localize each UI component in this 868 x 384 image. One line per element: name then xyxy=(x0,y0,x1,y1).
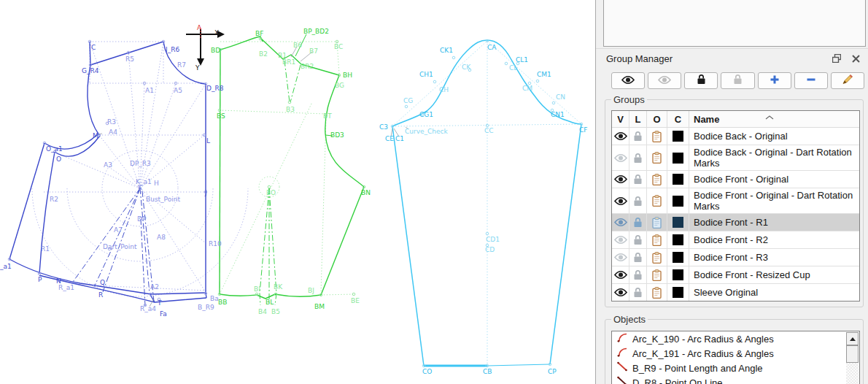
edit-group-button[interactable] xyxy=(831,72,864,89)
column-header-o[interactable]: O xyxy=(647,111,667,127)
remove-group-button[interactable] xyxy=(794,72,828,89)
lock-icon[interactable] xyxy=(629,266,647,283)
group-name-cell[interactable]: Sleeve Original xyxy=(689,284,859,301)
show-group-button[interactable] xyxy=(611,72,645,89)
operations-clipboard-icon[interactable] xyxy=(647,145,667,170)
operations-clipboard-icon[interactable] xyxy=(647,284,667,301)
point-label-H: H xyxy=(154,180,159,187)
group-name-cell[interactable]: Bodice Front - R3 xyxy=(689,249,859,266)
point-label-CK: CK xyxy=(462,64,470,71)
column-header-c[interactable]: C xyxy=(667,111,689,127)
pattern-canvas[interactable]: CG_R4R5I_R6R7A1A5D_R8R3A4MO_a1OLA3DP_R3K… xyxy=(0,0,595,384)
color-swatch-cell[interactable] xyxy=(667,266,689,283)
color-swatch[interactable] xyxy=(673,174,683,185)
visibility-eye-icon[interactable] xyxy=(612,266,629,283)
color-swatch[interactable] xyxy=(673,217,683,228)
bodice-blue-outline[interactable] xyxy=(9,42,206,302)
visibility-eye-icon[interactable] xyxy=(612,188,629,213)
color-swatch-cell[interactable] xyxy=(667,231,689,248)
column-header-v[interactable]: V xyxy=(612,111,629,127)
visibility-eye-icon[interactable] xyxy=(612,214,629,231)
group-manager-titlebar[interactable]: Group Manager xyxy=(596,48,868,68)
group-row[interactable]: Bodice Back - Original xyxy=(612,128,859,145)
color-swatch-cell[interactable] xyxy=(667,188,689,213)
sleeve-outline[interactable] xyxy=(392,40,581,366)
group-row[interactable]: Bodice Front - R3 xyxy=(612,249,859,266)
operations-clipboard-icon[interactable] xyxy=(647,249,667,266)
color-swatch[interactable] xyxy=(673,287,683,298)
color-swatch-cell[interactable] xyxy=(667,284,689,301)
color-swatch-cell[interactable] xyxy=(667,214,689,231)
add-group-button[interactable] xyxy=(758,72,791,89)
scroll-up-button[interactable] xyxy=(846,332,859,345)
lock-icon[interactable] xyxy=(629,128,647,145)
lock-icon[interactable] xyxy=(629,171,647,188)
group-row[interactable]: Sleeve Original xyxy=(612,284,859,302)
point-label-D_R8: D_R8 xyxy=(206,85,223,92)
lock-icon[interactable] xyxy=(629,188,647,213)
group-row[interactable]: Bodice Front - Resized Cup xyxy=(612,266,859,284)
operations-clipboard-icon[interactable] xyxy=(647,128,667,145)
point-label-CM1: CM1 xyxy=(537,71,551,78)
group-row[interactable]: Bodice Front - Original xyxy=(612,171,859,188)
visibility-eye-icon[interactable] xyxy=(612,249,629,266)
visibility-eye-icon[interactable] xyxy=(612,128,629,145)
lock-group-button[interactable] xyxy=(684,72,718,89)
group-name-cell[interactable]: Bodice Front - Original - Dart Rotation … xyxy=(689,188,859,213)
operations-clipboard-icon[interactable] xyxy=(647,266,667,283)
group-row[interactable]: Bodice Back - Original - Dart Rotation M… xyxy=(612,145,859,171)
lock-icon[interactable] xyxy=(629,214,647,231)
lock-icon[interactable] xyxy=(629,145,647,170)
column-header-name[interactable]: Name xyxy=(689,111,859,127)
object-list-item[interactable]: B_R9 - Point Length and Angle xyxy=(612,361,859,375)
scrollbar-thumb[interactable] xyxy=(846,345,859,363)
color-swatch[interactable] xyxy=(673,153,683,164)
visibility-eye-icon[interactable] xyxy=(612,171,629,188)
group-name-cell[interactable]: Bodice Front - Original xyxy=(689,171,859,188)
operations-clipboard-icon[interactable] xyxy=(647,214,667,231)
objects-scrollbar[interactable] xyxy=(846,332,859,384)
color-swatch-cell[interactable] xyxy=(667,249,689,266)
sort-indicator-icon[interactable] xyxy=(765,110,774,123)
unlock-group-button[interactable] xyxy=(721,72,754,89)
object-list-item[interactable]: D_R8 - Point On Line xyxy=(612,375,859,384)
color-swatch[interactable] xyxy=(673,196,683,207)
point-label-CB: CB xyxy=(483,368,492,375)
color-swatch-cell[interactable] xyxy=(667,128,689,145)
close-panel-icon[interactable] xyxy=(849,52,862,65)
point-label-CH1: CH1 xyxy=(419,71,433,78)
float-panel-icon[interactable] xyxy=(830,52,843,65)
group-name-cell[interactable]: Bodice Front - R2 xyxy=(689,231,859,248)
objects-legend: Objects xyxy=(611,314,648,325)
color-swatch[interactable] xyxy=(673,252,683,263)
visibility-eye-icon[interactable] xyxy=(612,145,629,170)
group-row[interactable]: Bodice Front - R1 xyxy=(612,214,859,231)
color-swatch[interactable] xyxy=(673,234,683,245)
column-header-l[interactable]: L xyxy=(629,111,647,127)
point-label-R10: R10 xyxy=(209,240,222,247)
object-list-item[interactable]: Arc_K_190 - Arc Radius & Angles xyxy=(612,331,859,346)
color-swatch-cell[interactable] xyxy=(667,171,689,188)
visibility-eye-icon[interactable] xyxy=(612,231,629,248)
point-label-Q: Q xyxy=(100,279,105,286)
group-name-cell[interactable]: Bodice Back - Original xyxy=(689,128,859,145)
group-row[interactable]: Bodice Front - R2 xyxy=(612,231,859,249)
operations-clipboard-icon[interactable] xyxy=(647,171,667,188)
lock-icon[interactable] xyxy=(629,249,647,266)
group-name-cell[interactable]: Bodice Front - R1 xyxy=(689,214,859,231)
visibility-eye-icon[interactable] xyxy=(612,284,629,301)
operations-clipboard-icon[interactable] xyxy=(647,188,667,213)
color-swatch[interactable] xyxy=(673,131,683,142)
point-label-B5: B5 xyxy=(271,308,280,315)
color-swatch-cell[interactable] xyxy=(667,145,689,170)
lock-icon[interactable] xyxy=(629,284,647,301)
color-swatch[interactable] xyxy=(673,269,683,280)
operations-clipboard-icon[interactable] xyxy=(647,231,667,248)
hide-group-button[interactable] xyxy=(648,72,681,89)
lock-icon[interactable] xyxy=(629,231,647,248)
group-name-cell[interactable]: Bodice Back - Original - Dart Rotation M… xyxy=(689,145,859,170)
groups-table-header[interactable]: VLOCName xyxy=(612,111,859,128)
object-list-item[interactable]: Arc_K_191 - Arc Radius & Angles xyxy=(612,346,859,361)
group-row[interactable]: Bodice Front - Original - Dart Rotation … xyxy=(612,188,859,214)
group-name-cell[interactable]: Bodice Front - Resized Cup xyxy=(689,266,859,283)
